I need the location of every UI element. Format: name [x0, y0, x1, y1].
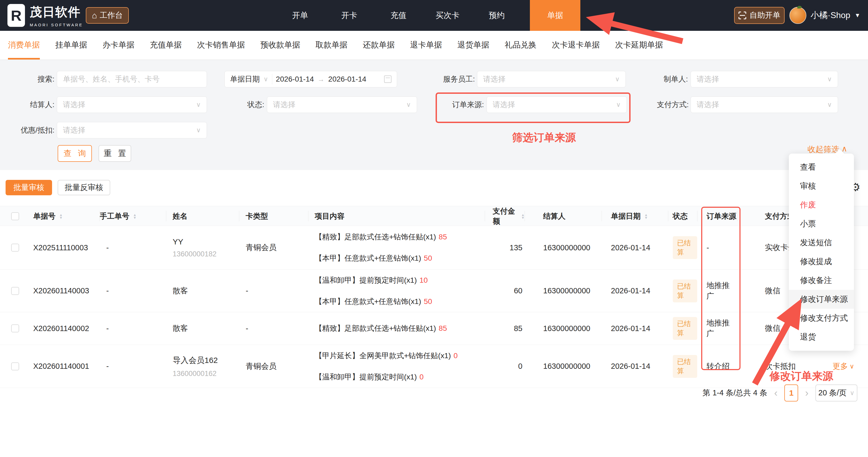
settler-label: 结算人: [0, 96, 55, 113]
nav-orders[interactable]: 单据 [530, 0, 580, 31]
maker-label: 制单人: [645, 71, 688, 87]
prev-page-button[interactable]: ‹ [774, 388, 778, 398]
tab-times-card-extend-orders[interactable]: 次卡延期单据 [615, 31, 663, 60]
tab-consume-orders[interactable]: 消费单据 [8, 31, 40, 60]
user-menu[interactable]: 小橘·Shop ▼ [789, 0, 860, 31]
tab-withdraw-orders[interactable]: 取款单据 [315, 31, 347, 60]
staff-select[interactable]: 请选择 ∨ [477, 71, 626, 87]
chevron-down-icon: ∨ [850, 389, 855, 397]
menu-item-edit-order-source[interactable]: 修改订单来源 [789, 290, 854, 309]
status-badge: 已结算 [673, 236, 697, 259]
reset-button[interactable]: 重 置 [98, 145, 131, 162]
menu-item-edit-commission[interactable]: 修改提成 [789, 252, 854, 271]
maker-select[interactable]: 请选择 ∨ [690, 71, 838, 87]
chevron-down-icon: ∨ [406, 101, 411, 109]
collapse-filter-label: 收起筛选 [807, 144, 839, 155]
annotation-modify-source-note: 修改订单来源 [770, 369, 833, 384]
col-name: 姓名 [166, 206, 239, 226]
tab-times-card-sale-orders[interactable]: 次卡销售单据 [197, 31, 245, 60]
menu-item-void[interactable]: 作废 [789, 195, 854, 214]
date-start[interactable]: 2026-01-14 [276, 75, 314, 84]
settler-select[interactable]: 请选择 ∨ [57, 96, 207, 113]
cell-settler: 16300000000 [525, 312, 601, 345]
payment-select[interactable]: 请选择 ∨ [690, 96, 838, 113]
discount-select[interactable]: 请选择 ∨ [57, 122, 207, 139]
select-all-checkbox[interactable] [11, 212, 19, 220]
tab-times-card-refund-orders[interactable]: 次卡退卡单据 [552, 31, 600, 60]
tab-card-refund-orders[interactable]: 退卡单据 [410, 31, 442, 60]
batch-unaudit-button[interactable]: 批量反审核 [58, 180, 110, 195]
sort-date[interactable]: ▲▼ [644, 213, 648, 219]
cell-order-no: X202601140003 [27, 270, 100, 312]
menu-item-send-sms[interactable]: 发送短信 [789, 233, 854, 252]
cell-items: 【精致】足部款式任选+钻饰任贴(x1)85 【本甲】任意款式+任意钻饰(x1)5… [308, 226, 485, 269]
sort-order-no[interactable]: ▲▼ [59, 213, 63, 219]
nav-recharge[interactable]: 充值 [382, 0, 414, 31]
next-page-button[interactable]: › [805, 388, 808, 398]
menu-item-view[interactable]: 查看 [789, 158, 854, 177]
page-size-select[interactable]: 20 条/页 ∨ [815, 385, 857, 401]
cell-name: 散客 [166, 312, 239, 345]
batch-audit-button[interactable]: 批量审核 [6, 180, 52, 195]
status-badge: 已结算 [673, 279, 697, 302]
pagination: 第 1-4 条/总共 4 条 ‹ 1 › 20 条/页 ∨ [703, 384, 857, 402]
menu-item-edit-note[interactable]: 修改备注 [789, 271, 854, 290]
menu-item-audit[interactable]: 审核 [789, 177, 854, 195]
self-service-button[interactable]: 自助开单 [734, 7, 784, 24]
tab-pending-orders[interactable]: 挂单单据 [55, 31, 87, 60]
self-service-label: 自助开单 [749, 10, 780, 21]
tab-recharge-orders[interactable]: 充值单据 [150, 31, 182, 60]
tab-repayment-orders[interactable]: 还款单据 [363, 31, 395, 60]
tab-return-orders[interactable]: 退货单据 [457, 31, 489, 60]
menu-item-edit-payment[interactable]: 修改支付方式 [789, 309, 854, 328]
row-checkbox[interactable] [11, 362, 19, 370]
status-badge: 已结算 [673, 355, 697, 378]
discount-label: 优惠/抵扣: [0, 122, 55, 139]
page-number-1[interactable]: 1 [784, 385, 798, 401]
nav-open-card[interactable]: 开卡 [333, 0, 365, 31]
row-checkbox[interactable] [11, 244, 19, 252]
row-checkbox[interactable] [11, 287, 19, 295]
staff-label: 服务员工: [425, 71, 475, 87]
cell-card-type: 青铜会员 [239, 345, 308, 388]
col-order-source: 订单来源 [697, 206, 737, 226]
cell-amount: 60 [485, 270, 525, 312]
avatar [789, 7, 806, 24]
table-row: X202511110003 - YY 13600000182 青铜会员 【精致】… [0, 226, 868, 270]
row-checkbox[interactable] [11, 325, 19, 332]
nav-reservation[interactable]: 预约 [481, 0, 513, 31]
menu-item-refund[interactable]: 退货 [789, 328, 854, 346]
tab-gift-exchange[interactable]: 礼品兑换 [505, 31, 536, 60]
search-input[interactable] [57, 71, 207, 87]
status-select[interactable]: 请选择 ∨ [267, 96, 417, 113]
col-status: 状态 [668, 206, 697, 226]
nav-open-order[interactable]: 开单 [284, 0, 316, 31]
query-button[interactable]: 查 询 [58, 145, 92, 162]
search-label: 搜索: [0, 71, 55, 87]
more-actions-link[interactable]: 更多 ∨ [832, 361, 854, 372]
menu-item-receipt[interactable]: 小票 [789, 214, 854, 233]
order-source-select[interactable]: 请选择 ∨ [487, 96, 627, 113]
tab-card-open-orders[interactable]: 办卡单据 [102, 31, 134, 60]
order-source-select-value: 请选择 [493, 100, 515, 110]
nav-buy-times-card[interactable]: 买次卡 [432, 0, 463, 31]
tab-advance-payment-orders[interactable]: 预收款单据 [260, 31, 300, 60]
page: R 茂日软件 MAORI SOFTWARE ⌂ 工作台 开单 开卡 充值 买次卡… [0, 0, 868, 457]
sort-manual-no[interactable]: ▲▼ [133, 213, 136, 219]
date-end[interactable]: 2026-01-14 [328, 75, 366, 84]
cell-amount: 0 [485, 345, 525, 388]
chevron-down-icon: ∨ [827, 75, 832, 83]
cell-name: 散客 [166, 270, 239, 312]
status-select-value: 请选择 [273, 100, 296, 110]
col-settler: 结算人 [525, 206, 601, 226]
date-type-select[interactable]: 单据日期 [230, 74, 260, 84]
top-header: R 茂日软件 MAORI SOFTWARE ⌂ 工作台 开单 开卡 充值 买次卡… [0, 0, 868, 31]
cell-amount: 85 [485, 312, 525, 345]
maker-select-value: 请选择 [697, 74, 719, 84]
date-range-picker[interactable]: 单据日期 ∨ 2026-01-14 → 2026-01-14 [224, 71, 397, 87]
cell-settler: 16300000000 [525, 345, 601, 388]
workbench-button[interactable]: ⌂ 工作台 [86, 7, 129, 24]
order-source-label: 订单来源: [436, 96, 484, 113]
sort-amount[interactable]: ▲▼ [521, 213, 525, 219]
cell-name: YY 13600000182 [166, 226, 239, 269]
